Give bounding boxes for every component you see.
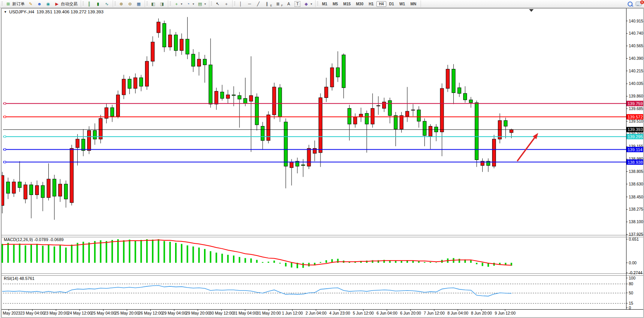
bull-candle	[88, 131, 91, 150]
chart-shift-button[interactable]: ◧	[149, 0, 158, 7]
bear-candle	[128, 79, 131, 88]
timeframe-m30[interactable]: M30	[353, 1, 366, 7]
toolbar-group: ⊞新订单✎☻◉▶自动交易	[0, 0, 81, 7]
toolbar-button-label: 新订单	[12, 1, 25, 7]
fibonacci-button[interactable]: ≣F	[274, 0, 284, 7]
main-toolbar: ⊞新订单✎☻◉▶自动交易║▮∿⊕⊖▦◧◨＋▾◔▾▤▾↖＋│─╱∥E≣FAT◆▾M…	[0, 0, 644, 8]
periods-button[interactable]: ◔▾	[184, 0, 196, 7]
bear-candle	[18, 182, 21, 188]
bull-candle	[70, 149, 73, 203]
svg-text:24 May 12:00: 24 May 12:00	[67, 311, 92, 315]
chart-symbol: USDJPY-,H4	[9, 10, 34, 14]
indicators-button[interactable]: ＋▾	[172, 0, 184, 7]
bear-candle	[452, 69, 455, 93]
bull-candle	[122, 79, 126, 95]
market-watch-button[interactable]: ☻	[35, 0, 44, 7]
time-scale[interactable]: 22 May 202323 May 04:0023 May 20:0024 Ma…	[2, 309, 516, 315]
timeframe-m15[interactable]: M15	[341, 1, 353, 7]
notifications-icon[interactable]: 1	[636, 2, 642, 6]
timeframe-mn[interactable]: MN	[408, 1, 419, 7]
chevron-down-icon[interactable]: ▾	[311, 2, 312, 6]
bull-candle	[313, 149, 316, 153]
templates-button[interactable]: ▤▾	[196, 0, 207, 7]
auto-scroll-icon: ◨	[159, 1, 165, 7]
svg-text:23 May 20:00: 23 May 20:00	[44, 311, 68, 315]
bear-candle	[504, 120, 507, 126]
chart-window[interactable]: ▼ USDJPY-,H4 139.351 139.406 139.272 139…	[1, 8, 644, 318]
chart-menu-icon[interactable]: ▼	[4, 10, 7, 14]
shift-marker-icon[interactable]	[529, 9, 534, 12]
svg-text:0: 0	[629, 305, 631, 310]
bull-candle	[319, 97, 322, 152]
cursor-button[interactable]: ↖	[213, 0, 222, 7]
bear-candle	[6, 182, 10, 193]
periods-icon: ◔	[185, 1, 191, 7]
bull-candle	[330, 68, 334, 87]
svg-text:29 May 04:00: 29 May 04:00	[162, 311, 187, 315]
text-button[interactable]: A	[284, 0, 293, 7]
indicator-scales: 0.6510.00-0.27441008050150	[626, 237, 642, 310]
rsi-levels	[3, 284, 626, 304]
mt4-terminal: { "toolbar": { "groups": [ {"items":[ {"…	[0, 0, 644, 318]
annotation-arrow[interactable]	[517, 133, 538, 161]
chevron-down-icon[interactable]: ▾	[193, 2, 194, 6]
zoom-in-button[interactable]: ⊕	[117, 0, 126, 7]
price-chart-canvas[interactable]: 140.915140.740140.565140.390140.215140.0…	[2, 8, 643, 317]
horizontal-line-button[interactable]: ─	[245, 0, 254, 7]
templates-icon: ▤	[197, 1, 203, 7]
bear-candle	[244, 98, 247, 103]
line-chart-button[interactable]: ∿	[102, 0, 111, 7]
chevron-down-icon[interactable]: ▾	[181, 2, 182, 6]
timeframe-h1[interactable]: H1	[366, 1, 376, 7]
equidistant-channel-button[interactable]: ∥E	[263, 0, 274, 7]
bear-candle	[64, 184, 68, 199]
arrows-button[interactable]: ◆▾	[302, 0, 314, 7]
bull-candle	[99, 118, 102, 139]
timeframe-m5[interactable]: M5	[330, 1, 341, 7]
text-icon: A	[286, 1, 292, 7]
svg-text:25 May 04:00: 25 May 04:00	[91, 311, 116, 315]
bull-candle	[168, 35, 172, 47]
bull-candle	[215, 91, 218, 104]
candles-layer[interactable]	[2, 17, 513, 220]
line-handle	[4, 136, 6, 137]
crosshair-button[interactable]: ＋	[222, 0, 231, 7]
zoom-out-button[interactable]: ⊖	[126, 0, 134, 7]
styles-button[interactable]: ✎	[26, 0, 35, 7]
cursor-icon: ↖	[215, 1, 220, 7]
svg-text:2 Jun 04:00: 2 Jun 04:00	[306, 311, 327, 315]
bear-candle	[301, 165, 305, 166]
auto-scroll-button[interactable]: ◨	[158, 0, 166, 7]
rsi-line	[2, 286, 512, 296]
icon-subscript: F	[281, 4, 283, 7]
svg-text:22 May 2023: 22 May 2023	[2, 311, 21, 315]
signals-button[interactable]: ◉	[44, 0, 53, 7]
bull-candle	[371, 109, 374, 124]
candlestick-chart-button[interactable]: ▮	[94, 0, 102, 7]
bear-candle	[174, 35, 178, 51]
bear-candle	[53, 179, 56, 196]
tile-windows-button[interactable]: ▦	[134, 0, 143, 7]
trendline-button[interactable]: ╱	[254, 0, 263, 7]
svg-text:0.00: 0.00	[629, 260, 637, 265]
bar-chart-button[interactable]: ║	[85, 0, 94, 7]
rsi-indicator-label: RSI(14) 48.5761	[4, 276, 35, 281]
autotrading-button[interactable]: ▶自动交易	[53, 0, 79, 7]
line-handle	[4, 116, 6, 118]
svg-text:9 Jun 12:00: 9 Jun 12:00	[495, 311, 516, 315]
tile-windows-icon: ▦	[136, 1, 142, 7]
new-order-button[interactable]: ⊞新订单	[4, 0, 26, 7]
svg-text:25 May 20:00: 25 May 20:00	[115, 311, 139, 315]
search-icon[interactable]	[628, 2, 633, 6]
timeframe-m1[interactable]: M1	[319, 1, 330, 7]
chevron-down-icon[interactable]: ▾	[204, 2, 206, 6]
bull-candle	[383, 102, 386, 109]
text-label-button[interactable]: T	[293, 0, 302, 7]
bull-candle	[307, 149, 311, 166]
timeframe-h4[interactable]: H4	[376, 1, 387, 7]
svg-text:-0.2744: -0.2744	[629, 270, 642, 275]
timeframe-d1[interactable]: D1	[386, 1, 397, 7]
timeframe-w1[interactable]: W1	[397, 1, 408, 7]
bear-candle	[232, 95, 236, 96]
vertical-line-button[interactable]: │	[236, 0, 245, 7]
